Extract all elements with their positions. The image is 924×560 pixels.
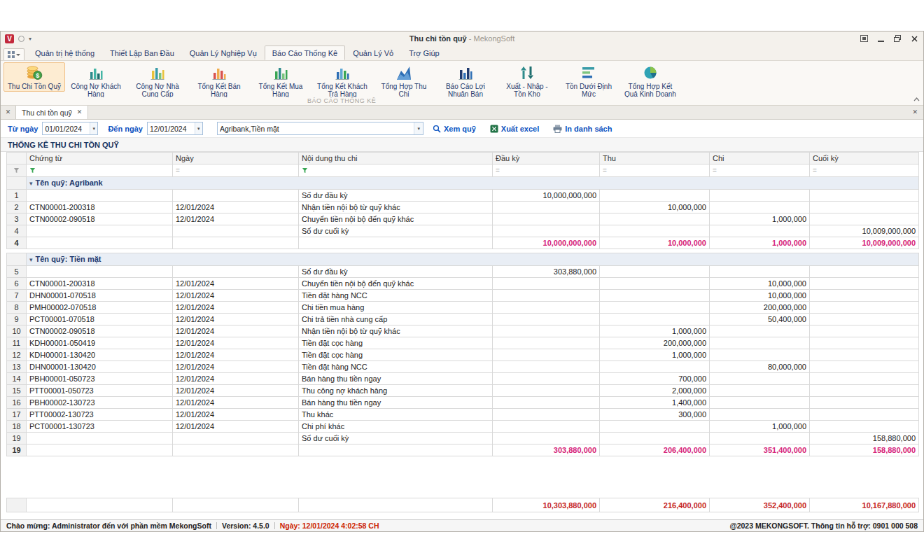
cell-chungtu[interactable]: PCT00001-130723 — [27, 421, 173, 433]
summary-cell-chi[interactable]: 1,000,000 — [710, 237, 810, 249]
cell-cuoiky[interactable] — [810, 373, 919, 385]
to-date-dropdown-icon[interactable]: ▾ — [195, 122, 202, 134]
cell-dauky[interactable] — [493, 326, 600, 337]
row-number[interactable]: 4 — [7, 225, 27, 237]
cell-chi[interactable]: 50,400,000 — [710, 314, 810, 326]
summary-cell-cuoiky[interactable]: 10,009,000,000 — [810, 237, 919, 249]
restore-icon[interactable] — [892, 34, 902, 43]
menu-tab-3[interactable]: Quản Lý Nghiệp Vụ — [182, 46, 265, 60]
tabbar-close-icon[interactable]: ✕ — [912, 109, 918, 115]
menu-tab-5[interactable]: Quản Lý Vỏ — [345, 46, 401, 60]
cell-noidung[interactable]: Thu khác — [299, 409, 493, 421]
cell-chi[interactable] — [710, 373, 810, 385]
cell-chungtu[interactable]: PBH00001-050723 — [27, 373, 173, 385]
row-number[interactable]: 13 — [7, 361, 27, 373]
summary-cell-thu[interactable]: 206,400,000 — [600, 444, 710, 456]
fullscreen-icon[interactable] — [859, 34, 869, 43]
cell-chungtu[interactable]: CTN00001-200318 — [27, 278, 173, 290]
row-number[interactable]: 18 — [7, 421, 27, 433]
menu-tab-1[interactable]: Quản trị hệ thống — [27, 46, 102, 60]
cell-chi[interactable] — [710, 385, 810, 397]
fund-select-input[interactable] — [218, 122, 414, 134]
menu-tab-2[interactable]: Thiết Lập Ban Đầu — [102, 46, 182, 60]
column-header-dauky[interactable]: Đầu kỳ — [493, 153, 600, 164]
view-fund-button[interactable]: Xem quỹ — [428, 125, 481, 133]
cell-ngay[interactable] — [173, 266, 299, 278]
cell-chungtu[interactable]: DHN00001-130420 — [27, 361, 173, 373]
cell-dauky[interactable]: 303,880,000 — [493, 266, 600, 278]
cell-thu[interactable]: 1,000,000 — [600, 326, 710, 337]
cell-cuoiky[interactable]: 158,880,000 — [810, 433, 919, 444]
row-number[interactable]: 3 — [7, 214, 27, 225]
cell-dauky[interactable] — [493, 385, 600, 397]
cell-noidung[interactable]: Bán hàng thu tiền ngay — [299, 397, 493, 409]
cell-chungtu[interactable]: PTT00001-050723 — [27, 385, 173, 397]
cell-ngay[interactable] — [173, 190, 299, 202]
summary-cell-chi[interactable]: 351,400,000 — [710, 444, 810, 456]
summary-cell-cuoiky[interactable]: 158,880,000 — [810, 444, 919, 456]
cell-cuoiky[interactable] — [810, 421, 919, 433]
row-number[interactable]: 16 — [7, 397, 27, 409]
cell-chungtu[interactable]: CTN00001-200318 — [27, 202, 173, 214]
cell-ngay[interactable]: 12/01/2024 — [173, 385, 299, 397]
filter-cell-thu[interactable]: = — [600, 164, 710, 177]
cell-chi[interactable] — [710, 190, 810, 202]
cell-chungtu[interactable]: KDH00001-130420 — [27, 349, 173, 361]
toolbar-item-7[interactable]: Tổng Hợp Thu Chi — [373, 62, 435, 99]
cell-ngay[interactable] — [173, 225, 299, 237]
cell-noidung[interactable]: Chi phí khác — [299, 421, 493, 433]
cell-thu[interactable]: 10,000,000 — [600, 202, 710, 214]
cell-dauky[interactable] — [493, 278, 600, 290]
cell-chi[interactable]: 200,000,000 — [710, 302, 810, 314]
cell-ngay[interactable]: 12/01/2024 — [173, 373, 299, 385]
from-date-field[interactable]: ▾ — [42, 122, 98, 135]
toolbar-item-9[interactable]: Xuất - Nhập - Tồn Kho — [496, 62, 558, 99]
cell-thu[interactable]: 2,000,000 — [600, 385, 710, 397]
cell-thu[interactable] — [600, 433, 710, 444]
cell-noidung[interactable]: Tiền đặt cọc hàng — [299, 337, 493, 349]
summary-cell-chungtu[interactable] — [27, 444, 173, 456]
cell-noidung[interactable]: Nhận tiền nội bộ từ quỹ khác — [299, 326, 493, 337]
column-header-chungtu[interactable]: Chứng từ — [27, 153, 173, 164]
cell-chungtu[interactable]: PCT00001-070518 — [27, 314, 173, 326]
cell-cuoiky[interactable] — [810, 409, 919, 421]
cell-dauky[interactable] — [493, 302, 600, 314]
cell-cuoiky[interactable] — [810, 278, 919, 290]
cell-dauky[interactable] — [493, 314, 600, 326]
cell-ngay[interactable]: 12/01/2024 — [173, 314, 299, 326]
filter-cell-chi[interactable]: = — [710, 164, 810, 177]
filter-cell-dauky[interactable]: = — [493, 164, 600, 177]
cell-cuoiky[interactable] — [810, 397, 919, 409]
toolbar-item-11[interactable]: Tổng Hợp Kết Quả Kinh Doanh — [620, 62, 681, 99]
summary-cell-thu[interactable]: 10,000,000 — [600, 237, 710, 249]
cell-noidung[interactable]: Số dư đầu kỳ — [299, 190, 493, 202]
cell-dauky[interactable] — [493, 433, 600, 444]
cell-noidung[interactable]: Tiền đặt cọc hàng — [299, 349, 493, 361]
row-number[interactable]: 12 — [7, 349, 27, 361]
summary-cell-dauky[interactable]: 10,000,000,000 — [493, 237, 600, 249]
cell-chi[interactable] — [710, 225, 810, 237]
cell-dauky[interactable] — [493, 409, 600, 421]
row-number[interactable]: 5 — [7, 266, 27, 278]
cell-chi[interactable]: 10,000,000 — [710, 290, 810, 302]
row-indicator[interactable] — [7, 253, 27, 266]
cell-chungtu[interactable] — [27, 433, 173, 444]
cell-ngay[interactable]: 12/01/2024 — [173, 421, 299, 433]
cell-chungtu[interactable]: DHN00001-070518 — [27, 290, 173, 302]
cell-chi[interactable] — [710, 433, 810, 444]
row-indicator[interactable] — [7, 177, 27, 190]
cell-thu[interactable] — [600, 266, 710, 278]
doc-tab-close-icon[interactable]: ✕ — [77, 109, 83, 115]
cell-cuoiky[interactable] — [810, 302, 919, 314]
cell-thu[interactable] — [600, 314, 710, 326]
toolbar-item-2[interactable]: Công Nợ Khách Hàng — [65, 62, 127, 99]
cell-noidung[interactable]: Tiền đặt hàng NCC — [299, 361, 493, 373]
cell-dauky[interactable] — [493, 349, 600, 361]
cell-thu[interactable] — [600, 361, 710, 373]
cell-chungtu[interactable]: KDH00001-050419 — [27, 337, 173, 349]
cell-thu[interactable] — [600, 421, 710, 433]
cell-cuoiky[interactable] — [810, 214, 919, 225]
cell-cuoiky[interactable] — [810, 202, 919, 214]
cell-ngay[interactable]: 12/01/2024 — [173, 290, 299, 302]
cell-dauky[interactable]: 10,000,000,000 — [493, 190, 600, 202]
